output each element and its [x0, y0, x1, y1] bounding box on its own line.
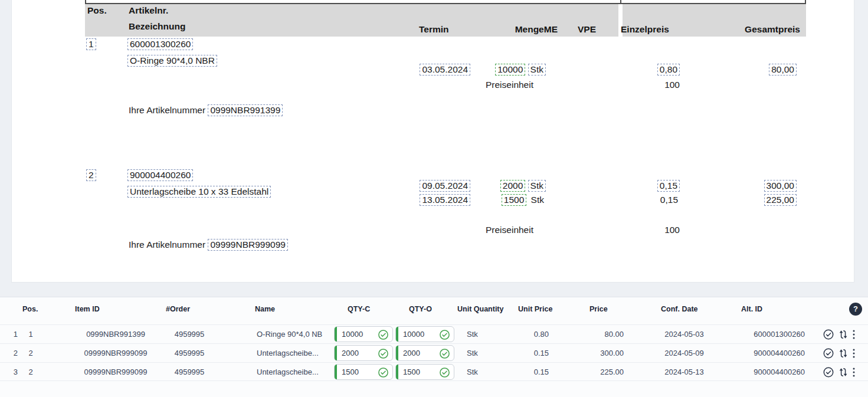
row-actions: [823, 363, 865, 382]
cell-price: 225.00: [566, 363, 624, 381]
qty-o-input[interactable]: [403, 365, 434, 379]
annotation-pos[interactable]: 2: [86, 169, 96, 181]
qty-c-input[interactable]: [342, 365, 372, 379]
document-preview: Pos. Artikelnr. Bezeichnung Termin Menge…: [12, 0, 854, 282]
col-header-unit-price: Unit Price: [518, 305, 552, 313]
cell-unit-price: 0.15: [505, 344, 549, 362]
doc-item2-preiseinheit-label: Preiseinheit: [486, 225, 533, 235]
annotation-gesamtpreis[interactable]: 300,00: [764, 180, 797, 192]
annotation-termin[interactable]: 09.05.2024: [420, 180, 470, 192]
col-header-item-id: Item ID: [75, 305, 100, 313]
annotation-einzelpreis[interactable]: 0,80: [657, 64, 680, 76]
annotation-termin[interactable]: 03.05.2024: [420, 64, 470, 76]
customer-label: Ihre Artikelnummer: [129, 105, 205, 115]
qty-c-input[interactable]: [342, 346, 372, 360]
customer-label: Ihre Artikelnummer: [129, 239, 205, 250]
col-header-pos: Pos.: [22, 305, 38, 313]
annotation-pos[interactable]: 1: [86, 38, 96, 50]
cell-item-id: 09999NBR999099: [68, 344, 163, 362]
qty-o-field[interactable]: [395, 326, 454, 342]
doc-item2-bezeichnung: Unterlagscheibe 10 x 33 Edelstahl: [127, 186, 271, 197]
annotation-bezeichnung[interactable]: Unterlagscheibe 10 x 33 Edelstahl: [127, 186, 271, 198]
table-header-row: Pos. Item ID #Order Name QTY-C QTY-O Uni…: [0, 297, 868, 324]
cell-conf-date: 2024-05-09: [656, 344, 712, 362]
question-mark-icon[interactable]: ?: [849, 303, 862, 316]
doc-item2-einzelpreis-1: 0,15: [657, 181, 680, 191]
row-actions: [823, 344, 865, 363]
annotation-customer-item[interactable]: 0999NBR991399: [208, 104, 283, 116]
check-circle-icon[interactable]: [378, 347, 389, 359]
doc-item2-menge-1: 2000 Stk: [500, 181, 546, 191]
table-row[interactable]: 1 1 0999NBR991399 4959995 O-Ringe 90*4,0…: [0, 324, 868, 343]
swap-arrows-icon[interactable]: [837, 347, 849, 359]
qty-c-field[interactable]: [334, 326, 393, 342]
row-index: 2: [5, 344, 18, 362]
annotation-menge[interactable]: 1500: [502, 194, 526, 206]
qty-status-bar: [335, 327, 337, 342]
doc-item1-termin: 03.05.2024: [420, 64, 470, 75]
doc-col-vpe: VPE: [578, 24, 596, 35]
check-circle-icon[interactable]: [378, 366, 389, 378]
check-circle-icon[interactable]: [439, 329, 450, 340]
doc-item2-einzelpreis-2: 0,15: [659, 195, 680, 205]
qty-o-input[interactable]: [403, 327, 434, 342]
qty-o-field[interactable]: [395, 345, 454, 361]
kebab-menu-icon[interactable]: [852, 347, 856, 359]
cell-pos: 2: [24, 344, 38, 362]
swap-arrows-icon[interactable]: [837, 366, 849, 378]
qty-o-field[interactable]: [395, 364, 454, 380]
qty-c-input[interactable]: [342, 327, 372, 342]
check-circle-icon[interactable]: [439, 347, 450, 359]
cell-order: 4959995: [166, 325, 213, 343]
app-canvas: Pos. Artikelnr. Bezeichnung Termin Menge…: [0, 0, 868, 397]
cell-conf-date: 2024-05-13: [656, 363, 712, 381]
qty-status-bar: [396, 346, 398, 360]
cell-unit-price: 0.80: [505, 325, 549, 343]
doc-item2-customer-line: Ihre Artikelnummer 09999NBR999099: [129, 239, 288, 250]
swap-arrows-icon[interactable]: [837, 329, 849, 340]
cell-pos: 2: [24, 363, 38, 381]
qty-status-bar: [335, 365, 337, 379]
cell-unit-quantity: Stk: [467, 344, 497, 362]
annotation-gesamtpreis[interactable]: 225,00: [764, 194, 797, 206]
col-header-price: Price: [589, 305, 608, 313]
col-header-qty-c: QTY-C: [348, 305, 370, 313]
annotation-menge[interactable]: 2000: [500, 180, 525, 192]
annotation-einheit[interactable]: Stk: [528, 64, 546, 76]
cell-item-id: 09999NBR999099: [68, 363, 163, 381]
annotation-einzelpreis[interactable]: 0,15: [657, 180, 680, 192]
doc-item1-artikelnr: 600001300260: [127, 39, 193, 50]
qty-o-input[interactable]: [403, 346, 434, 360]
cell-price: 80.00: [566, 325, 624, 343]
qty-c-field[interactable]: [334, 364, 393, 380]
annotation-menge[interactable]: 10000: [495, 64, 525, 76]
doc-item2-termin-2: 13.05.2024: [420, 195, 470, 205]
annotation-customer-item[interactable]: 09999NBR999099: [208, 239, 288, 251]
annotation-artikelnr[interactable]: 600001300260: [127, 38, 193, 50]
annotation-gesamtpreis[interactable]: 80,00: [769, 64, 797, 76]
annotation-bezeichnung[interactable]: O-Ringe 90*4,0 NBR: [127, 55, 217, 67]
doc-col-termin: Termin: [419, 24, 449, 35]
check-circle-icon[interactable]: [823, 366, 834, 378]
doc-item2-gesamtpreis-1: 300,00: [764, 181, 797, 191]
annotation-einheit[interactable]: Stk: [528, 180, 546, 192]
col-header-name: Name: [255, 305, 275, 313]
doc-item2-pos: 2: [86, 170, 96, 181]
check-circle-icon[interactable]: [823, 347, 834, 359]
cell-order: 4959995: [166, 344, 213, 362]
kebab-menu-icon[interactable]: [852, 329, 856, 340]
col-header-qty-o: QTY-O: [409, 305, 432, 313]
check-circle-icon[interactable]: [378, 329, 389, 340]
qty-c-field[interactable]: [334, 345, 393, 361]
kebab-menu-icon[interactable]: [852, 366, 856, 378]
check-circle-icon[interactable]: [823, 329, 834, 340]
annotation-termin[interactable]: 13.05.2024: [420, 194, 470, 206]
table-row[interactable]: 3 2 09999NBR999099 4959995 Unterlagschei…: [0, 362, 868, 381]
extraction-panel: Pos. Item ID #Order Name QTY-C QTY-O Uni…: [0, 297, 868, 397]
check-circle-icon[interactable]: [439, 366, 450, 378]
annotation-artikelnr[interactable]: 900004400260: [127, 169, 193, 181]
cell-alt-id: 600001300260: [732, 325, 805, 343]
table-row[interactable]: 2 2 09999NBR999099 4959995 Unterlagschei…: [0, 343, 868, 362]
doc-col-mengeme: MengeME: [515, 24, 558, 35]
cell-unit-price: 0.15: [505, 363, 549, 381]
